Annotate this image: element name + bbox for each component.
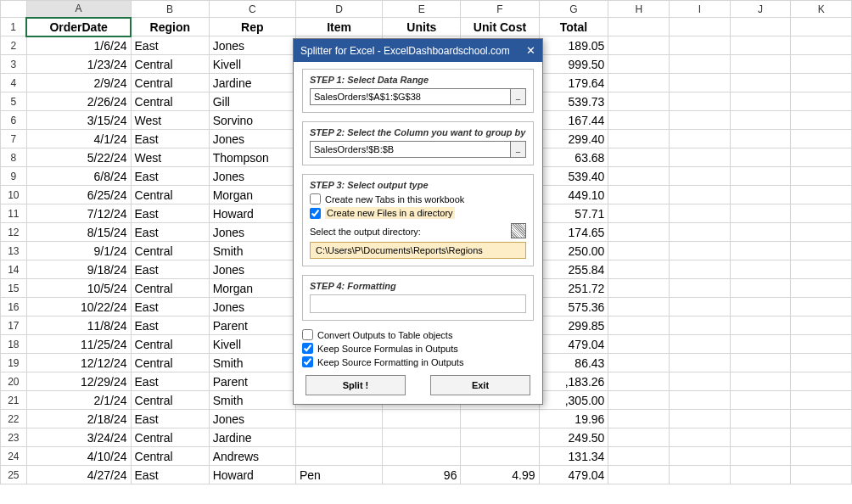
cell[interactable] <box>670 18 731 36</box>
create-files-option[interactable]: Create new Files in a directory <box>310 207 526 219</box>
row-header[interactable]: 21 <box>1 391 27 410</box>
cell[interactable] <box>730 391 791 410</box>
cell[interactable]: 1/23/24 <box>26 55 131 74</box>
cell[interactable]: Jardine <box>209 74 295 92</box>
cell[interactable]: Morgan <box>209 186 295 204</box>
create-files-checkbox[interactable] <box>310 208 321 219</box>
create-tabs-checkbox[interactable] <box>310 193 321 204</box>
column-header-B[interactable]: B <box>131 1 209 18</box>
cell[interactable]: 12/12/24 <box>26 354 131 372</box>
cell[interactable] <box>461 428 539 447</box>
cell[interactable] <box>670 260 731 279</box>
cell[interactable]: Parent <box>209 316 295 335</box>
cell[interactable]: 2/18/24 <box>26 410 131 428</box>
cell[interactable] <box>608 204 670 223</box>
row-header[interactable]: 22 <box>1 410 27 428</box>
cell[interactable]: Howard <box>209 466 295 484</box>
cell[interactable]: 19.96 <box>539 410 608 428</box>
cell[interactable] <box>608 55 670 74</box>
cell[interactable]: 2/26/24 <box>26 92 131 111</box>
cell[interactable] <box>608 410 670 428</box>
cell[interactable] <box>791 335 852 354</box>
cell[interactable]: 479.04 <box>539 466 608 484</box>
cell[interactable]: 11/25/24 <box>26 335 131 354</box>
cell[interactable]: Kivell <box>209 335 295 354</box>
column-header-corner[interactable] <box>1 1 27 18</box>
cell[interactable] <box>730 372 791 391</box>
cell[interactable]: East <box>131 466 209 484</box>
cell[interactable]: Central <box>131 92 209 111</box>
cell[interactable] <box>608 279 670 298</box>
cell[interactable] <box>730 111 791 130</box>
cell[interactable]: 1/6/24 <box>26 36 131 55</box>
cell[interactable] <box>791 223 852 242</box>
cell[interactable]: Jones <box>209 410 295 428</box>
cell[interactable] <box>461 447 539 466</box>
cell[interactable]: Smith <box>209 242 295 260</box>
cell[interactable] <box>791 74 852 92</box>
cell[interactable]: Jardine <box>209 428 295 447</box>
cell[interactable]: Gill <box>209 92 295 111</box>
cell[interactable]: OrderDate <box>26 18 131 36</box>
cell[interactable] <box>670 130 731 148</box>
row-header[interactable]: 24 <box>1 447 27 466</box>
cell[interactable]: Central <box>131 428 209 447</box>
cell[interactable] <box>730 223 791 242</box>
cell[interactable] <box>608 316 670 335</box>
cell[interactable]: Rep <box>209 18 295 36</box>
cell[interactable] <box>730 316 791 335</box>
cell[interactable]: 6/8/24 <box>26 167 131 186</box>
browse-folder-icon[interactable] <box>511 223 526 238</box>
cell[interactable] <box>608 391 670 410</box>
cell[interactable] <box>730 55 791 74</box>
column-header-D[interactable]: D <box>295 1 382 18</box>
cell[interactable] <box>608 466 670 484</box>
keep-formulas-option[interactable]: Keep Source Formulas in Outputs <box>302 343 534 354</box>
cell[interactable]: East <box>131 204 209 223</box>
keep-formulas-checkbox[interactable] <box>302 343 313 354</box>
cell[interactable] <box>670 372 731 391</box>
convert-table-checkbox[interactable] <box>302 329 313 340</box>
row-header[interactable]: 12 <box>1 223 27 242</box>
cell[interactable] <box>608 298 670 316</box>
column-header-A[interactable]: A <box>26 1 131 18</box>
cell[interactable]: Central <box>131 242 209 260</box>
cell[interactable]: 479.04 <box>539 335 608 354</box>
output-dir-path[interactable]: C:\Users\P\Documents\Reports\Regions <box>310 242 526 259</box>
cell[interactable]: 131.34 <box>539 447 608 466</box>
cell[interactable] <box>670 148 731 167</box>
cell[interactable] <box>730 466 791 484</box>
keep-formatting-checkbox[interactable] <box>302 356 313 367</box>
cell[interactable]: 86.43 <box>539 354 608 372</box>
cell[interactable] <box>608 186 670 204</box>
row-header[interactable]: 13 <box>1 242 27 260</box>
row-header[interactable]: 4 <box>1 74 27 92</box>
cell[interactable] <box>791 391 852 410</box>
cell[interactable] <box>730 354 791 372</box>
cell[interactable]: Unit Cost <box>461 18 539 36</box>
cell[interactable] <box>791 36 852 55</box>
column-header-F[interactable]: F <box>461 1 539 18</box>
cell[interactable]: 4/1/24 <box>26 130 131 148</box>
cell[interactable] <box>670 36 731 55</box>
cell[interactable] <box>730 186 791 204</box>
cell[interactable] <box>608 354 670 372</box>
cell[interactable]: 7/12/24 <box>26 204 131 223</box>
cell[interactable]: 3/24/24 <box>26 428 131 447</box>
cell[interactable]: Andrews <box>209 447 295 466</box>
cell[interactable]: ,305.00 <box>539 391 608 410</box>
cell[interactable]: 299.40 <box>539 130 608 148</box>
row-header[interactable]: 7 <box>1 130 27 148</box>
column-header-I[interactable]: I <box>670 1 731 18</box>
cell[interactable]: East <box>131 36 209 55</box>
cell[interactable]: 4.99 <box>461 466 539 484</box>
cell[interactable]: Central <box>131 74 209 92</box>
column-header-H[interactable]: H <box>608 1 670 18</box>
cell[interactable]: 250.00 <box>539 242 608 260</box>
cell[interactable]: 4/27/24 <box>26 466 131 484</box>
cell[interactable] <box>608 111 670 130</box>
cell[interactable]: 249.50 <box>539 428 608 447</box>
cell[interactable]: East <box>131 410 209 428</box>
cell[interactable] <box>670 466 731 484</box>
cell[interactable]: Central <box>131 335 209 354</box>
